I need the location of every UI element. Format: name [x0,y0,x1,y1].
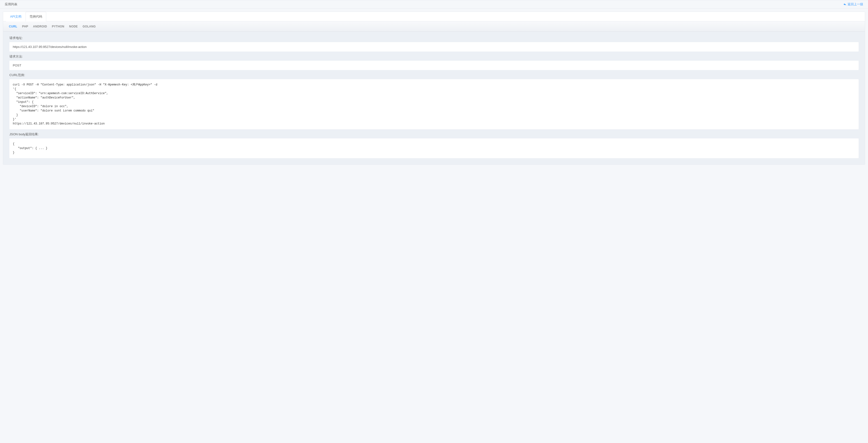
back-link-label: 返回上一级 [847,2,863,6]
json-body-label: JSON body返回结果: [9,132,859,136]
curl-example-label: CURL范例: [9,73,859,77]
lang-tab-android[interactable]: ANDROID [31,25,50,28]
lang-tab-curl[interactable]: CURL [6,25,20,28]
sections: 请求地址: https://121.43.107.95:9527/devices… [3,32,865,164]
tab-api-doc[interactable]: API文档 [6,12,26,22]
curl-example-value: curl -X POST -H "Content-Type: applicati… [9,79,859,129]
lang-tab-golang[interactable]: GOLANG [80,25,98,28]
back-link[interactable]: 返回上一级 [843,2,863,6]
lang-tab-node[interactable]: NODE [67,25,80,28]
main-container: API文档 范例代码 CURL PHP ANDROID PYTHON NODE … [3,11,865,165]
request-method-value: POST [9,61,859,70]
json-body-value: { "output": { ... } } [9,138,859,158]
content-panel: CURL PHP ANDROID PYTHON NODE GOLANG 请求地址… [3,22,865,164]
request-url-label: 请求地址: [9,36,859,40]
lang-tab-python[interactable]: PYTHON [50,25,67,28]
header-bar: 应用列表 返回上一级 [0,0,868,9]
lang-tab-php[interactable]: PHP [20,25,31,28]
tabs-nav: API文档 范例代码 [3,12,865,22]
tab-sample-code[interactable]: 范例代码 [26,12,46,22]
lang-tabs: CURL PHP ANDROID PYTHON NODE GOLANG [3,22,865,32]
request-url-value: https://121.43.107.95:9527/devices/null/… [9,42,859,52]
page-title: 应用列表 [5,2,17,6]
request-method-label: 请求方法: [9,55,859,59]
reply-icon [843,3,846,6]
